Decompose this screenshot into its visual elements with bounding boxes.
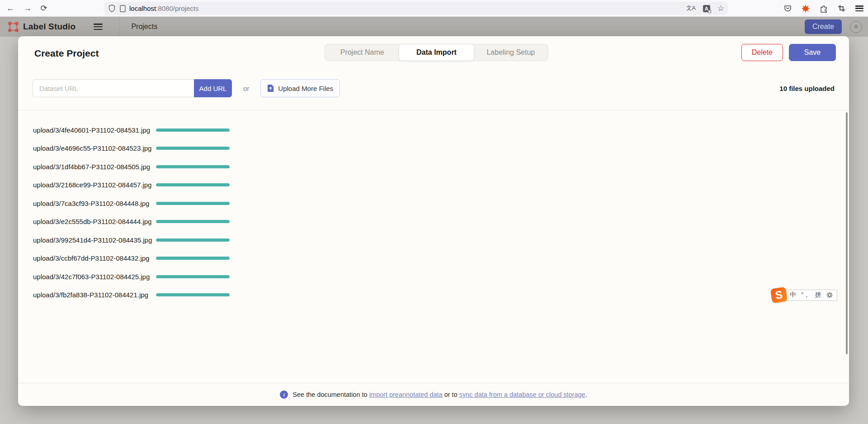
upload-progress-bar [156,129,230,132]
link-sync-cloud-storage[interactable]: sync data from a database or cloud stora… [459,391,585,398]
upload-progress-fill [156,257,230,260]
modal-title: Create Project [34,48,99,59]
create-project-modal: Create Project Project NameData ImportLa… [18,36,849,406]
upload-progress-bar [156,275,230,278]
save-button[interactable]: Save [789,44,836,61]
file-row: upload/3/992541d4-P31102-084435.jpg [33,231,802,249]
upload-progress-bar [156,238,230,242]
shield-permissions-icon[interactable] [108,5,115,12]
upload-progress-bar [156,165,230,168]
header-divider [119,17,119,37]
file-row: upload/3/2168ce99-P31102-084457.jpg [33,176,802,195]
extensions-puzzle-icon[interactable] [820,5,828,13]
main-menu-icon[interactable] [94,24,103,30]
upload-progress-fill [156,275,230,278]
ime-status-bar: 中 °， 拼 [785,290,837,301]
or-label: or [243,85,249,92]
upload-progress-fill [156,220,230,223]
wizard-tab-project-name[interactable]: Project Name [325,44,399,61]
upload-progress-bar [156,183,230,186]
ime-language-toggle[interactable]: 中 [790,291,796,299]
avatar[interactable]: A [850,21,862,33]
translate-extension-icon[interactable]: A [703,5,710,12]
upload-progress-bar [156,220,230,223]
upload-progress-fill [156,147,230,150]
file-row: upload/3/1df4bb67-P31102-084505.jpg [33,157,802,176]
upload-progress-fill [156,183,230,186]
file-row: upload/3/4fe40601-P31102-084531.jpg [33,121,802,139]
file-row: upload/3/ccbf67dd-P31102-084432.jpg [33,249,802,268]
upload-file-icon [267,84,274,92]
screenshot-crop-icon[interactable] [838,5,845,12]
pocket-icon[interactable] [784,5,792,12]
upload-progress-bar [156,147,230,150]
browser-forward-icon[interactable]: → [21,2,34,14]
upload-progress-fill [156,129,230,132]
upload-more-files-button[interactable]: Upload More Files [260,79,340,97]
toolbar-divider [18,110,849,110]
app-name: Label Studio [23,22,75,32]
file-row: upload/3/e4696c55-P31102-084523.jpg [33,139,802,158]
upload-progress-fill [156,202,230,205]
ime-toolbar: S 中 °， 拼 [771,288,837,302]
upload-progress-fill [156,293,230,296]
file-name: upload/3/992541d4-P31102-084435.jpg [33,236,156,244]
modal-footer: i See the documentation to import preann… [18,383,849,406]
upload-progress-bar [156,293,230,296]
file-name: upload/3/2168ce99-P31102-084457.jpg [33,181,156,189]
url-text: localhost:8080/projects [129,5,198,12]
breadcrumb-projects[interactable]: Projects [131,23,157,31]
add-url-button[interactable]: Add URL [194,79,232,97]
extension-leaf-icon[interactable] [802,5,810,13]
translate-icon[interactable]: 文A [686,5,696,12]
browser-menu-icon[interactable] [855,5,863,11]
url-bar[interactable]: localhost:8080/projects 文A A ☆ [104,2,728,15]
file-name: upload/3/4fe40601-P31102-084531.jpg [33,126,156,134]
file-name: upload/3/e2c555db-P31102-084444.jpg [33,218,156,225]
import-toolbar: Add URL or Upload More Files 10 files up… [33,79,835,97]
uploaded-file-list: upload/3/4fe40601-P31102-084531.jpg uplo… [33,121,802,304]
wizard-tab-data-import[interactable]: Data Import [399,44,473,61]
upload-progress-bar [156,202,230,205]
ime-punctuation-toggle[interactable]: °， [801,291,810,299]
ime-scheme-toggle[interactable]: 拼 [815,291,821,299]
wizard-tab-labeling-setup[interactable]: Labeling Setup [474,44,548,61]
upload-status: 10 files uploaded [779,85,835,92]
link-import-preannotated[interactable]: import preannotated data [369,391,443,398]
browser-back-icon[interactable]: ← [4,2,17,14]
file-name: upload/3/42c7f063-P31102-084425.jpg [33,273,156,281]
create-button[interactable]: Create [805,19,842,34]
sogou-logo-icon[interactable]: S [770,287,788,303]
upload-progress-bar [156,257,230,260]
upload-progress-fill [156,165,230,168]
file-row: upload/3/e2c555db-P31102-084444.jpg [33,213,802,231]
dataset-url-input[interactable] [33,79,194,97]
ime-settings-gear-icon[interactable] [826,292,833,298]
file-row: upload/3/fb2fa838-P31102-084421.jpg [33,286,802,305]
browser-toolbar: ← → ⟳ localhost:8080/projects 文A A ☆ [0,0,868,17]
file-name: upload/3/e4696c55-P31102-084523.jpg [33,144,156,152]
file-name: upload/3/1df4bb67-P31102-084505.jpg [33,163,156,171]
page-info-icon[interactable] [120,5,126,12]
wizard-tabs: Project NameData ImportLabeling Setup [325,44,548,61]
file-name: upload/3/ccbf67dd-P31102-084432.jpg [33,254,156,262]
delete-button[interactable]: Delete [741,44,783,61]
list-scrollbar[interactable] [846,112,848,354]
bookmark-star-icon[interactable]: ☆ [717,4,724,13]
file-name: upload/3/fb2fa838-P31102-084421.jpg [33,291,156,299]
file-row: upload/3/42c7f063-P31102-084425.jpg [33,267,802,286]
file-row: upload/3/7ca3cf93-P31102-084448.jpg [33,194,802,213]
app-header: Label Studio Projects Create A [0,17,868,37]
browser-reload-icon[interactable]: ⟳ [37,2,51,14]
file-name: upload/3/7ca3cf93-P31102-084448.jpg [33,200,156,207]
upload-button-label: Upload More Files [278,85,333,92]
label-studio-logo-icon [8,22,19,32]
info-icon: i [280,391,288,399]
footer-text: See the documentation to import preannot… [292,391,587,398]
upload-progress-fill [156,238,230,242]
